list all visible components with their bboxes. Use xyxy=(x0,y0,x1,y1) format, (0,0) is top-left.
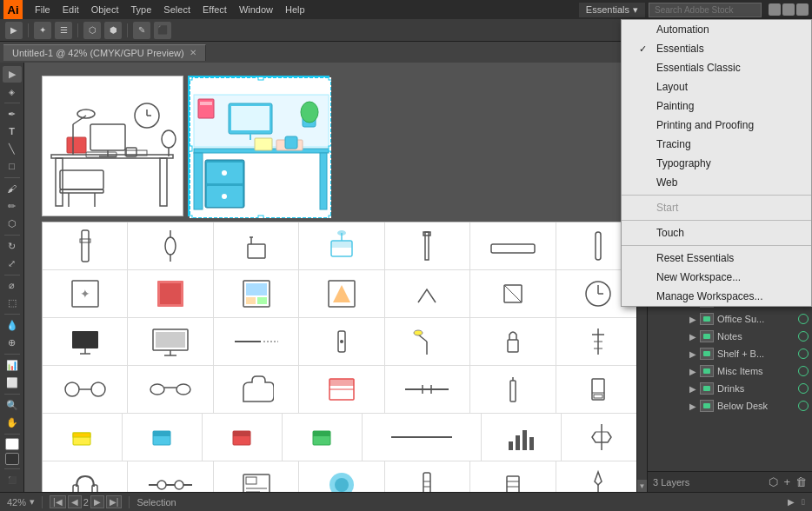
dd-item-printing[interactable]: Printing and Proofing xyxy=(622,116,811,135)
hand-tool[interactable]: ✋ xyxy=(3,415,22,431)
layer-row-notes[interactable]: ▶ Notes xyxy=(648,328,812,345)
paintbrush-tool[interactable]: 🖌 xyxy=(3,181,22,197)
svg-rect-123 xyxy=(233,431,250,436)
transform-btn[interactable]: ✦ xyxy=(34,22,51,39)
dd-label: Painting xyxy=(656,100,694,112)
scroll-down-btn[interactable]: ▼ xyxy=(637,480,647,492)
svg-rect-74 xyxy=(257,297,267,304)
change-mode[interactable]: ⬛ xyxy=(3,472,22,488)
dd-item-new-workspace[interactable]: New Workspace... xyxy=(622,268,811,287)
rotate-tool[interactable]: ↻ xyxy=(3,238,22,255)
dd-item-typography[interactable]: Typography xyxy=(622,154,811,173)
dd-item-layout[interactable]: Layout xyxy=(622,77,811,96)
arrange-btn[interactable]: ☰ xyxy=(55,22,72,39)
next-artboard-btn[interactable]: ▶ xyxy=(90,495,104,508)
icon-cell xyxy=(123,414,203,461)
scale-tool[interactable]: ⤢ xyxy=(3,256,22,272)
expand-arrow[interactable]: ▶ xyxy=(689,402,700,411)
dd-item-essentials-classic[interactable]: Essentials Classic xyxy=(622,58,811,77)
make-clipping-mask-btn[interactable]: ⬡ xyxy=(769,475,778,488)
blend-tool[interactable]: ⊕ xyxy=(3,335,22,351)
add-layer-btn[interactable]: + xyxy=(783,475,790,488)
type-tool[interactable]: T xyxy=(3,123,22,140)
menu-window[interactable]: Window xyxy=(234,3,278,17)
zoom-dropdown-arrow[interactable]: ▾ xyxy=(30,496,35,508)
layer-row-office-su[interactable]: ▶ Office Su... xyxy=(648,310,812,328)
menu-help[interactable]: Help xyxy=(280,3,310,17)
dd-separator-3 xyxy=(622,245,811,246)
first-artboard-btn[interactable]: |◀ xyxy=(50,495,66,508)
expand-arrow[interactable]: ▶ xyxy=(689,315,700,324)
last-artboard-btn[interactable]: ▶| xyxy=(106,495,123,508)
tab-close-btn[interactable]: ✕ xyxy=(190,48,196,57)
menu-object[interactable]: Object xyxy=(86,3,124,17)
layer-thumbnail xyxy=(700,365,714,377)
menu-type[interactable]: Type xyxy=(126,3,157,17)
toolbar-sep-4 xyxy=(4,275,20,275)
rect-btn[interactable]: ⬛ xyxy=(154,22,171,39)
icon-cell xyxy=(470,270,556,317)
icon-cell xyxy=(299,270,384,317)
dd-item-automation[interactable]: Automation xyxy=(622,20,811,39)
artboard-tool[interactable]: ⬜ xyxy=(3,375,22,391)
warp-tool[interactable]: ⌀ xyxy=(3,277,22,294)
line-tool[interactable]: ╲ xyxy=(3,141,22,157)
toolbar-sep-5 xyxy=(4,314,20,315)
svg-rect-47 xyxy=(258,77,263,80)
pen-tool[interactable]: ✒ xyxy=(3,106,22,123)
fill-color[interactable] xyxy=(5,438,19,450)
select-tool-btn[interactable]: ▶ xyxy=(5,22,23,39)
workspace-dropdown-arrow: ▾ xyxy=(633,4,638,16)
artboard-2[interactable] xyxy=(188,76,329,216)
layer-row-misc[interactable]: ▶ Misc Items xyxy=(648,362,812,380)
svg-rect-56 xyxy=(248,244,265,258)
layer-row-drinks[interactable]: ▶ Drinks xyxy=(648,380,812,397)
svg-rect-3 xyxy=(90,124,125,150)
svg-point-145 xyxy=(335,478,349,492)
artboard-1[interactable] xyxy=(42,76,183,216)
direct-selection-tool[interactable]: ◈ xyxy=(3,83,22,100)
layer-row-shelf[interactable]: ▶ Shelf + B... xyxy=(648,345,812,362)
expand-arrow[interactable]: ▶ xyxy=(689,384,700,394)
document-tab[interactable]: Untitled-1 @ 42% (CMYK/GPU Preview) ✕ xyxy=(3,44,206,61)
close-button[interactable] xyxy=(796,3,809,16)
expand-arrow[interactable]: ▶ xyxy=(689,367,700,376)
stock-search-input[interactable] xyxy=(649,3,762,17)
dd-item-web[interactable]: Web xyxy=(622,173,811,192)
dd-item-touch[interactable]: Touch xyxy=(622,223,811,242)
delete-layer-btn[interactable]: 🗑 xyxy=(795,475,807,488)
dd-label: Essentials xyxy=(656,43,704,55)
eyedropper-tool[interactable]: 💧 xyxy=(3,317,22,334)
workspace-selector[interactable]: Essentials ▾ xyxy=(579,3,645,17)
dd-item-essentials[interactable]: ✓ Essentials xyxy=(622,39,811,58)
maximize-button[interactable] xyxy=(782,3,795,16)
canvas-area[interactable]: ✦ xyxy=(24,63,647,492)
dd-item-start: Start xyxy=(622,198,811,217)
expand-arrow[interactable]: ▶ xyxy=(689,349,700,359)
stroke-color[interactable] xyxy=(5,453,19,465)
minimize-button[interactable] xyxy=(769,3,781,16)
menu-select[interactable]: Select xyxy=(158,3,196,17)
menu-effect[interactable]: Effect xyxy=(197,3,232,17)
menu-edit[interactable]: Edit xyxy=(57,3,84,17)
grid-btn[interactable]: ⬢ xyxy=(104,22,122,39)
layer-row-below-desk[interactable]: ▶ Below Desk xyxy=(648,397,812,415)
graph-tool[interactable]: 📊 xyxy=(3,357,22,374)
dd-item-reset[interactable]: Reset Essentials xyxy=(622,249,811,268)
pen-btn[interactable]: ✎ xyxy=(133,22,150,39)
menu-file[interactable]: File xyxy=(30,3,56,17)
view-btn[interactable]: ⬡ xyxy=(83,22,101,39)
svg-rect-9 xyxy=(67,137,86,153)
dd-item-tracing[interactable]: Tracing xyxy=(622,135,811,154)
rect-tool[interactable]: □ xyxy=(3,158,22,175)
expand-arrow[interactable]: ▶ xyxy=(689,332,700,342)
svg-point-102 xyxy=(91,382,105,396)
dd-item-manage-workspaces[interactable]: Manage Workspaces... xyxy=(622,287,811,306)
free-transform-tool[interactable]: ⬚ xyxy=(3,295,22,311)
prev-artboard-btn[interactable]: ◀ xyxy=(68,495,82,508)
eraser-tool[interactable]: ⬡ xyxy=(3,216,22,232)
pencil-tool[interactable]: ✏ xyxy=(3,198,22,215)
dd-item-painting[interactable]: Painting xyxy=(622,96,811,116)
selection-tool[interactable]: ▶ xyxy=(3,66,22,83)
zoom-tool[interactable]: 🔍 xyxy=(3,397,22,414)
